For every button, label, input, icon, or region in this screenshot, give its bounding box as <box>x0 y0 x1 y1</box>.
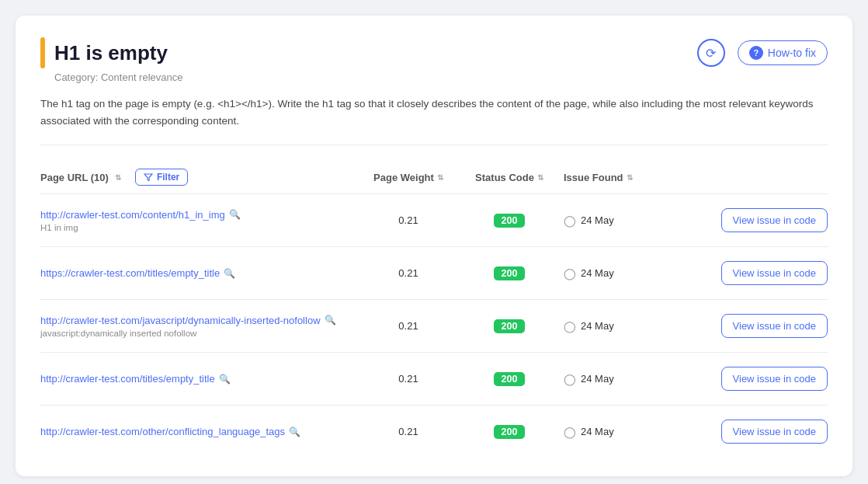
header-row: H1 is empty ⟳ ? How-to fix <box>40 37 828 68</box>
col-weight-header: Page Weight ⇅ <box>362 172 455 183</box>
url-search-icon-1[interactable]: 🔍 <box>224 268 235 279</box>
table-row: http://crawler-test.com/javascript/dynam… <box>40 300 828 353</box>
cell-url-4: http://crawler-test.com/other/conflictin… <box>40 426 362 437</box>
cell-url-3: http://crawler-test.com/titles/empty_tit… <box>40 373 362 385</box>
how-to-fix-button[interactable]: ? How-to fix <box>738 40 828 65</box>
cell-weight-3: 0.21 <box>362 373 455 385</box>
view-issue-button-2[interactable]: View issue in code <box>721 314 828 338</box>
cell-weight-4: 0.21 <box>362 426 455 437</box>
status-badge-4: 200 <box>494 425 526 439</box>
status-badge-0: 200 <box>494 214 526 228</box>
table-row: http://crawler-test.com/other/conflictin… <box>40 406 828 458</box>
url-search-icon-3[interactable]: 🔍 <box>219 374 231 385</box>
date-icon-2: ◯ <box>564 320 576 333</box>
date-icon-0: ◯ <box>564 214 576 227</box>
cell-status-3: 200 <box>455 371 564 386</box>
cell-action-3: View issue in code <box>688 367 828 391</box>
table-row: https://crawler-test.com/titles/empty_ti… <box>40 247 828 300</box>
col-issue-header: Issue Found ⇅ <box>564 172 688 183</box>
cell-url-2: http://crawler-test.com/javascript/dynam… <box>40 315 362 338</box>
category-label: Category: Content relevance <box>54 71 828 83</box>
url-text-3: http://crawler-test.com/titles/empty_tit… <box>40 373 215 385</box>
header-actions: ⟳ ? How-to fix <box>697 39 828 67</box>
table-row: http://crawler-test.com/content/h1_in_im… <box>40 194 828 247</box>
url-text-0: http://crawler-test.com/content/h1_in_im… <box>40 209 225 221</box>
url-link-0[interactable]: http://crawler-test.com/content/h1_in_im… <box>40 209 362 221</box>
filter-icon <box>144 172 153 182</box>
url-sub-0: H1 in img <box>40 223 362 232</box>
cell-date-0: ◯ 24 May <box>564 214 688 227</box>
status-badge-2: 200 <box>494 319 526 333</box>
cell-date-4: ◯ 24 May <box>564 426 688 438</box>
cell-url-1: https://crawler-test.com/titles/empty_ti… <box>40 267 362 279</box>
url-link-4[interactable]: http://crawler-test.com/other/conflictin… <box>40 426 362 437</box>
cell-date-1: ◯ 24 May <box>564 267 688 280</box>
date-text-2: 24 May <box>581 320 614 332</box>
cell-action-2: View issue in code <box>688 314 828 338</box>
table-header: Page URL (10) ⇅ Filter Page Weight ⇅ Sta… <box>40 164 828 194</box>
how-to-fix-label: How-to fix <box>768 47 816 59</box>
date-text-4: 24 May <box>581 426 614 437</box>
url-search-icon-2[interactable]: 🔍 <box>325 315 336 326</box>
table-body: http://crawler-test.com/content/h1_in_im… <box>40 194 828 458</box>
url-link-3[interactable]: http://crawler-test.com/titles/empty_tit… <box>40 373 362 385</box>
orange-bar <box>40 37 45 68</box>
main-card: H1 is empty ⟳ ? How-to fix Category: Con… <box>16 16 852 476</box>
cell-weight-1: 0.21 <box>362 267 455 279</box>
status-badge-3: 200 <box>494 372 526 386</box>
cell-status-2: 200 <box>455 319 564 333</box>
date-text-1: 24 May <box>581 267 614 279</box>
url-sort-icon: ⇅ <box>115 173 121 182</box>
cell-weight-0: 0.21 <box>362 214 455 226</box>
url-link-2[interactable]: http://crawler-test.com/javascript/dynam… <box>40 315 362 326</box>
url-search-icon-4[interactable]: 🔍 <box>289 427 300 437</box>
url-link-1[interactable]: https://crawler-test.com/titles/empty_ti… <box>40 267 362 279</box>
url-text-4: http://crawler-test.com/other/conflictin… <box>40 426 285 437</box>
view-issue-button-0[interactable]: View issue in code <box>721 208 828 232</box>
weight-sort-icon: ⇅ <box>437 173 443 182</box>
date-icon-1: ◯ <box>564 267 576 280</box>
reload-button[interactable]: ⟳ <box>697 39 725 67</box>
cell-status-1: 200 <box>455 266 564 280</box>
filter-button[interactable]: Filter <box>135 169 188 186</box>
cell-date-3: ◯ 24 May <box>564 373 688 385</box>
url-search-icon-0[interactable]: 🔍 <box>229 209 241 220</box>
filter-label: Filter <box>157 172 179 183</box>
view-issue-button-1[interactable]: View issue in code <box>721 261 828 285</box>
cell-status-4: 200 <box>455 424 564 439</box>
table-row: http://crawler-test.com/titles/empty_tit… <box>40 353 828 406</box>
date-icon-4: ◯ <box>564 426 576 438</box>
cell-weight-2: 0.21 <box>362 320 455 332</box>
status-sort-icon: ⇅ <box>537 173 543 182</box>
issue-sort-icon: ⇅ <box>627 173 633 182</box>
cell-action-4: View issue in code <box>688 420 828 444</box>
cell-date-2: ◯ 24 May <box>564 320 688 333</box>
reload-icon: ⟳ <box>706 46 716 61</box>
col-status-header: Status Code ⇅ <box>455 172 564 183</box>
title-area: H1 is empty <box>40 37 168 68</box>
url-sub-2: javascript:dynamically inserted nofollow <box>40 329 362 338</box>
view-issue-button-3[interactable]: View issue in code <box>721 367 828 391</box>
cell-action-1: View issue in code <box>688 261 828 285</box>
view-issue-button-4[interactable]: View issue in code <box>721 420 828 444</box>
url-text-2: http://crawler-test.com/javascript/dynam… <box>40 315 321 326</box>
col-url-header: Page URL (10) ⇅ Filter <box>40 169 362 186</box>
page-title: H1 is empty <box>54 41 168 65</box>
date-text-3: 24 May <box>581 373 614 385</box>
col-url-label: Page URL (10) <box>40 172 109 183</box>
issue-description: The h1 tag on the page is empty (e.g. <h… <box>40 96 828 145</box>
cell-status-0: 200 <box>455 213 564 228</box>
date-text-0: 24 May <box>581 214 614 226</box>
status-badge-1: 200 <box>494 266 526 280</box>
cell-url-0: http://crawler-test.com/content/h1_in_im… <box>40 209 362 232</box>
help-icon: ? <box>749 46 763 60</box>
cell-action-0: View issue in code <box>688 208 828 232</box>
url-text-1: https://crawler-test.com/titles/empty_ti… <box>40 267 220 279</box>
date-icon-3: ◯ <box>564 373 576 385</box>
